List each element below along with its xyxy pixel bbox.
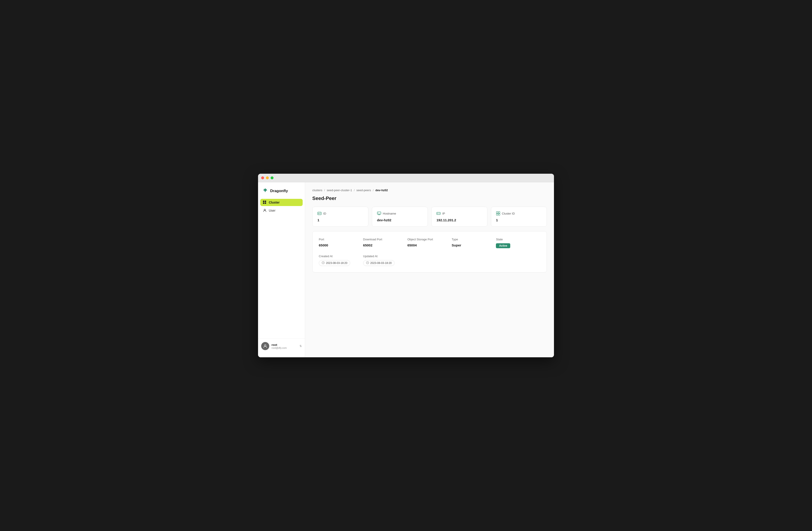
breadcrumb-sep-2: / [354,188,355,192]
user-email: root@dfy.com [272,347,297,349]
cluster-icon [263,201,266,204]
cluster-id-value: 1 [496,218,542,222]
user-icon [263,209,266,212]
id-value: 1 [317,218,363,222]
download-port-item: Download Port 65002 [363,238,408,248]
hostname-label: Hostname [377,211,423,215]
info-cards: ID 1 [312,207,547,227]
minimize-button[interactable] [266,177,269,179]
close-button[interactable] [261,177,264,179]
ip-icon [436,211,440,215]
ip-label: IP [436,211,482,215]
id-icon [317,211,321,215]
svg-rect-2 [263,202,264,204]
object-storage-port-label: Object Storage Port [407,238,452,241]
logo-text: Dragonfly [270,189,288,193]
breadcrumb: clusters / seed-peer-cluster-1 / seed-pe… [312,188,547,192]
details-panel: Port 65000 Download Port 65002 Object St… [312,231,547,273]
id-card: ID 1 [312,207,368,227]
svg-rect-22 [498,214,500,215]
svg-rect-20 [498,212,500,213]
port-label: Port [319,238,363,241]
hostname-label-text: Hostname [383,212,396,215]
svg-point-8 [318,213,319,214]
ip-label-text: IP [442,212,445,215]
type-label: Type [452,238,496,241]
state-item: State Active [496,238,540,248]
hostname-value: dev-hz02 [377,218,423,222]
download-port-label: Download Port [363,238,408,241]
type-value: Super [452,243,496,247]
ip-value: 192.11.201.2 [436,218,482,222]
chevron-icon: ⇅ [300,345,302,348]
user-profile[interactable]: root root@dfy.com ⇅ [258,338,305,354]
hostname-card: Hostname dev-hz02 [372,207,428,227]
breadcrumb-seed-peers[interactable]: seed-peers [357,188,371,192]
hostname-icon [377,211,381,215]
created-at-item: Created At 2023-08-03-18:20 [319,254,363,266]
svg-rect-3 [265,201,266,202]
svg-rect-19 [496,212,498,213]
page-title: Seed-Peer [312,195,547,201]
ip-card: IP 192.11.201.2 [431,207,488,227]
updated-at-badge: 2023-08-03-18:20 [363,260,394,266]
main-content: clusters / seed-peer-cluster-1 / seed-pe… [305,182,554,357]
type-item: Type Super [452,238,496,248]
object-storage-port-item: Object Storage Port 65004 [407,238,452,248]
user-name: root [272,343,297,347]
port-value: 65000 [319,243,363,247]
titlebar [258,174,554,182]
id-label-text: ID [323,212,326,215]
breadcrumb-current: dev-hz02 [375,188,388,192]
state-label: State [496,238,540,241]
svg-point-5 [264,209,265,210]
updated-at-item: Updated At 2023-08-03-18:20 [363,254,408,266]
sidebar-item-cluster[interactable]: Cluster [260,199,303,206]
breadcrumb-sep-1: / [324,188,325,192]
svg-point-17 [437,213,438,214]
state-badge: Active [496,243,510,248]
svg-rect-4 [265,202,266,204]
updated-at-label: Updated At [363,254,408,258]
download-port-value: 65002 [363,243,408,247]
svg-rect-11 [377,212,381,214]
logo: Dragonfly [258,186,305,199]
maximize-button[interactable] [271,177,274,179]
details-grid: Port 65000 Download Port 65002 Object St… [319,238,540,248]
created-at-badge: 2023-08-03-18:20 [319,260,350,266]
breadcrumb-cluster-name[interactable]: seed-peer-cluster-1 [327,188,352,192]
svg-point-6 [264,345,266,346]
sidebar-item-cluster-label: Cluster [269,201,279,204]
created-at-label: Created At [319,254,363,258]
dragonfly-icon [262,187,268,194]
nav-items: Cluster User [258,199,305,338]
breadcrumb-clusters[interactable]: clusters [312,188,322,192]
updated-at-value: 2023-08-03-18:20 [371,262,392,265]
sidebar-item-user-label: User [269,209,276,212]
clock-icon-updated [366,261,369,265]
clock-icon-created [322,261,324,265]
cluster-id-card: Cluster ID 1 [491,207,547,227]
user-info: root root@dfy.com [272,343,297,349]
breadcrumb-sep-3: / [373,188,374,192]
dates-grid: Created At 2023-08-03-18:20 [319,254,540,266]
svg-rect-1 [263,201,264,202]
cluster-id-label: Cluster ID [496,211,542,215]
cluster-id-label-text: Cluster ID [502,212,515,215]
app-window: Dragonfly Cluster [258,174,554,357]
sidebar: Dragonfly Cluster [258,182,305,357]
svg-point-15 [378,213,378,213]
sidebar-item-user[interactable]: User [260,207,303,214]
cluster-id-icon [496,211,500,215]
port-item: Port 65000 [319,238,363,248]
avatar [261,342,269,350]
svg-rect-21 [496,214,498,215]
id-label: ID [317,211,363,215]
created-at-value: 2023-08-03-18:20 [326,262,347,265]
object-storage-port-value: 65004 [407,243,452,247]
